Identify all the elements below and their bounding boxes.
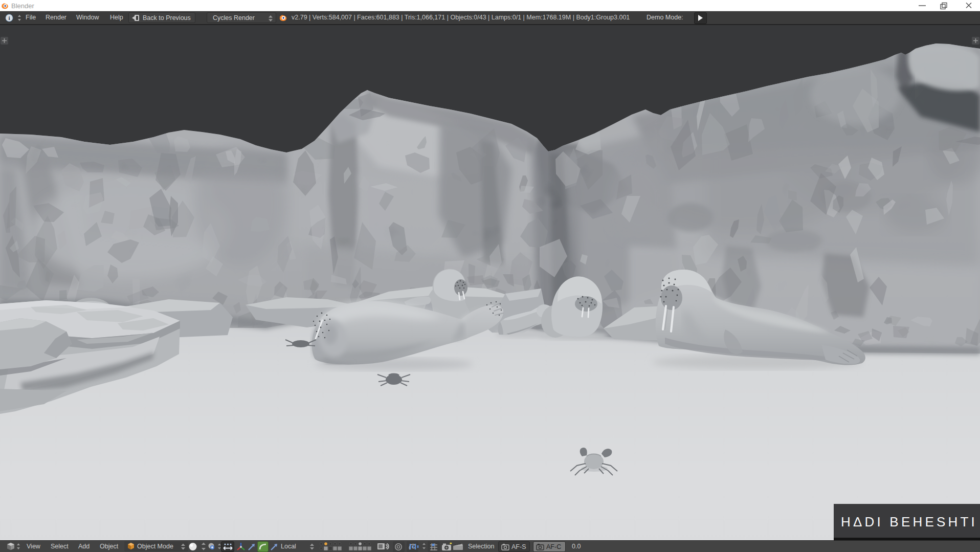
svg-text:i: i bbox=[8, 15, 10, 21]
